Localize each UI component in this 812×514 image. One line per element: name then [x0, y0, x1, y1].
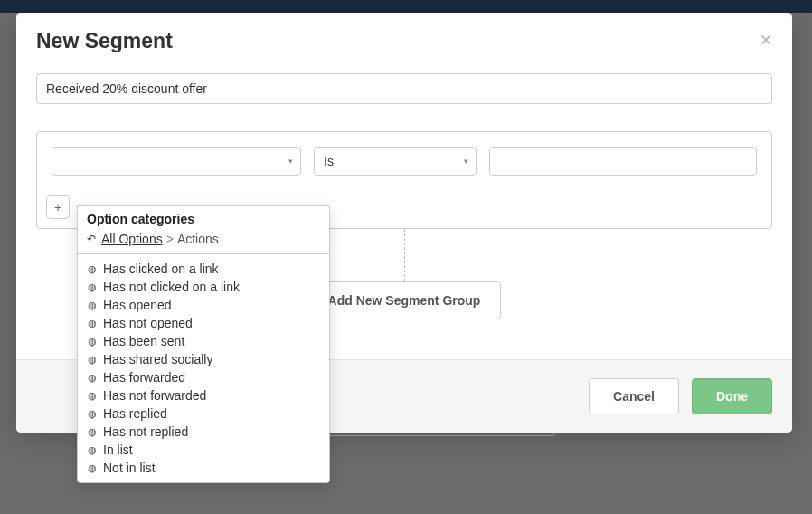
dropdown-option-label: Has forwarded: [103, 370, 185, 385]
dropdown-option-label: Has been sent: [103, 334, 184, 348]
rule-operator-select[interactable]: Is ▾: [314, 147, 477, 176]
modal-title: New Segment: [36, 29, 173, 53]
globe-icon: ◍: [87, 354, 98, 366]
rule-value-select[interactable]: [489, 147, 757, 176]
breadcrumb-separator: >: [166, 232, 174, 246]
dropdown-option-label: Not in list: [103, 461, 156, 475]
segment-rule-row: ▾ Is ▾: [37, 132, 771, 190]
add-segment-group-button[interactable]: Add New Segment Group: [307, 281, 502, 319]
dropdown-option[interactable]: ◍Has shared socially: [78, 350, 329, 368]
globe-icon: ◍: [87, 372, 98, 384]
globe-icon: ◍: [87, 281, 98, 293]
globe-icon: ◍: [87, 318, 98, 329]
add-rule-button[interactable]: +: [46, 195, 70, 219]
dropdown-option[interactable]: ◍Has forwarded: [78, 368, 329, 386]
dropdown-header: Option categories: [78, 206, 329, 230]
globe-icon: ◍: [87, 300, 98, 311]
chevron-down-icon: ▾: [288, 157, 293, 166]
dropdown-option[interactable]: ◍Has not replied: [78, 423, 329, 441]
modal-header: New Segment ×: [16, 13, 792, 53]
back-arrow-icon[interactable]: ↶: [87, 233, 96, 245]
dropdown-option-label: In list: [103, 443, 133, 457]
close-icon[interactable]: ×: [760, 29, 772, 51]
plus-icon: +: [54, 201, 61, 214]
dropdown-option[interactable]: ◍In list: [78, 441, 329, 459]
dropdown-option[interactable]: ◍Has been sent: [78, 332, 329, 350]
done-button[interactable]: Done: [692, 378, 772, 414]
dropdown-option[interactable]: ◍Not in list: [78, 459, 329, 477]
field-options-dropdown: Option categories ↶ All Options > Action…: [77, 205, 330, 483]
globe-icon: ◍: [87, 462, 98, 474]
globe-icon: ◍: [87, 444, 98, 456]
globe-icon: ◍: [87, 390, 98, 402]
dropdown-option[interactable]: ◍Has clicked on a link: [78, 260, 329, 278]
dropdown-option-label: Has not forwarded: [103, 388, 206, 403]
dropdown-option-label: Has not replied: [103, 424, 188, 439]
globe-icon: ◍: [87, 426, 98, 438]
dropdown-option-label: Has not clicked on a link: [103, 280, 240, 294]
dropdown-option-label: Has opened: [103, 298, 172, 312]
dropdown-option[interactable]: ◍Has opened: [78, 296, 329, 314]
app-dark-header: [0, 0, 812, 13]
dropdown-option-label: Has clicked on a link: [103, 262, 219, 276]
dropdown-option[interactable]: ◍Has replied: [78, 405, 329, 423]
breadcrumb-current: Actions: [177, 232, 219, 246]
cancel-button[interactable]: Cancel: [589, 378, 679, 414]
breadcrumb-all-options[interactable]: All Options: [101, 232, 163, 246]
dropdown-option[interactable]: ◍Has not forwarded: [78, 386, 329, 405]
dropdown-list: ◍Has clicked on a link ◍Has not clicked …: [78, 254, 329, 482]
vertical-connector: [404, 229, 405, 281]
rule-field-select[interactable]: ▾: [52, 147, 301, 176]
segment-name-input[interactable]: [36, 73, 772, 104]
globe-icon: ◍: [87, 408, 98, 420]
globe-icon: ◍: [87, 263, 98, 275]
rule-operator-value: Is: [324, 154, 334, 168]
dropdown-option-label: Has not opened: [103, 316, 193, 330]
dropdown-option-label: Has replied: [103, 406, 167, 421]
dropdown-option-label: Has shared socially: [103, 352, 212, 366]
dropdown-option[interactable]: ◍Has not clicked on a link: [78, 278, 329, 296]
chevron-down-icon: ▾: [464, 157, 468, 166]
dropdown-breadcrumb: ↶ All Options > Actions: [78, 230, 329, 253]
dropdown-option[interactable]: ◍Has not opened: [78, 314, 329, 332]
globe-icon: ◍: [87, 336, 98, 347]
